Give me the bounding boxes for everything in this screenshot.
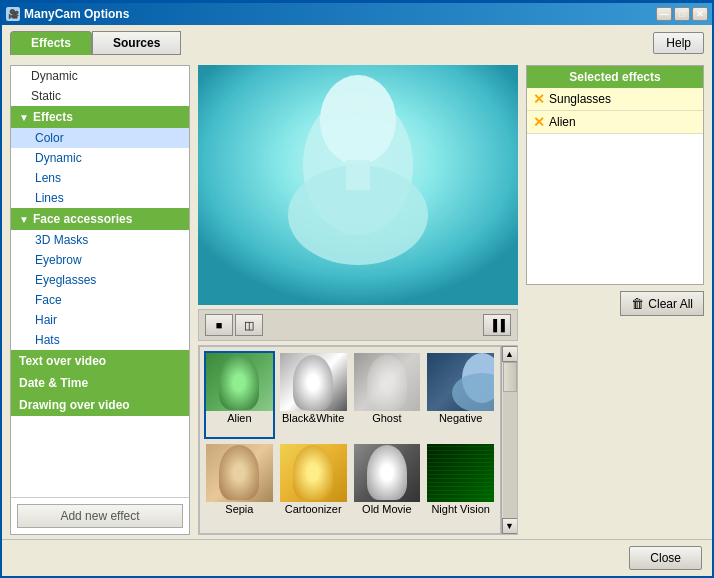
thumb-nightvision[interactable]: Night Vision xyxy=(425,442,496,530)
thumb-label-oldmovie: Old Movie xyxy=(362,502,412,516)
effect-item-alien[interactable]: ✕ Alien xyxy=(527,111,703,134)
sidebar-section-effects[interactable]: ▼ Effects xyxy=(11,106,189,128)
face-section-label: Face accessories xyxy=(33,212,132,226)
sidebar-item-face[interactable]: Face xyxy=(11,290,189,310)
bw-figure xyxy=(293,355,333,410)
sepia-figure xyxy=(219,445,259,500)
thumb-label-bw: Black&White xyxy=(282,411,344,425)
trash-icon: 🗑 xyxy=(631,296,644,311)
sidebar-section-drawing[interactable]: Drawing over video xyxy=(11,394,189,416)
preview-area xyxy=(198,65,518,305)
bottom-bar: Close xyxy=(2,539,712,576)
thumb-img-cartoon xyxy=(280,444,347,502)
remove-alien-icon[interactable]: ✕ xyxy=(533,114,545,130)
clear-all-label: Clear All xyxy=(648,297,693,311)
thumb-cartoon[interactable]: Cartoonizer xyxy=(278,442,349,530)
sidebar-item-lines[interactable]: Lines xyxy=(11,188,189,208)
layout-button[interactable]: ◫ xyxy=(235,314,263,336)
sidebar-item-eyebrow[interactable]: Eyebrow xyxy=(11,250,189,270)
pause-button[interactable]: ▐▐ xyxy=(483,314,511,336)
title-bar-left: 🎥 ManyCam Options xyxy=(6,7,129,21)
scroll-thumb[interactable] xyxy=(503,362,517,392)
date-section-label: Date & Time xyxy=(19,376,88,390)
sidebar-section-face[interactable]: ▼ Face accessories xyxy=(11,208,189,230)
thumb-img-nightvision xyxy=(427,444,494,502)
svg-rect-5 xyxy=(198,65,518,305)
drawing-section-label: Drawing over video xyxy=(19,398,130,412)
sidebar-item-color[interactable]: Color xyxy=(11,128,189,148)
thumb-img-alien xyxy=(206,353,273,411)
sidebar-item-dynamic-top[interactable]: Dynamic xyxy=(11,66,189,86)
thumb-label-nightvision: Night Vision xyxy=(431,502,490,516)
title-bar: 🎥 ManyCam Options — □ ✕ xyxy=(2,3,712,25)
scroll-up-arrow[interactable]: ▲ xyxy=(502,346,518,362)
tabs-container: Effects Sources xyxy=(10,31,181,55)
main-content: Effects Sources Help Dynamic Static ▼ Ef… xyxy=(2,25,712,576)
sidebar-item-static[interactable]: Static xyxy=(11,86,189,106)
thumb-label-ghost: Ghost xyxy=(372,411,401,425)
thumb-img-negative xyxy=(427,353,494,411)
effect-alien-label: Alien xyxy=(549,115,576,129)
tab-sources[interactable]: Sources xyxy=(92,31,181,55)
thumb-bw[interactable]: Black&White xyxy=(278,351,349,439)
thumb-sepia[interactable]: Sepia xyxy=(204,442,275,530)
effect-sunglasses-label: Sunglasses xyxy=(549,92,611,106)
preview-image xyxy=(198,65,518,305)
center-panel: ■ ◫ ▐▐ Alien xyxy=(198,65,518,535)
thumb-ghost[interactable]: Ghost xyxy=(352,351,423,439)
thumb-img-ghost xyxy=(354,353,421,411)
thumb-label-cartoon: Cartoonizer xyxy=(285,502,342,516)
thumbnails-container: Alien Black&White xyxy=(198,345,518,535)
sidebar-item-3dmasks[interactable]: 3D Masks xyxy=(11,230,189,250)
sidebar-section-text[interactable]: Text over video xyxy=(11,350,189,372)
window-title: ManyCam Options xyxy=(24,7,129,21)
alien-figure xyxy=(219,355,259,410)
thumb-alien[interactable]: Alien xyxy=(204,351,275,439)
thumbnail-scrollbar[interactable]: ▲ ▼ xyxy=(501,346,517,534)
effects-section-label: Effects xyxy=(33,110,73,124)
sidebar-item-hair[interactable]: Hair xyxy=(11,310,189,330)
thumb-img-bw xyxy=(280,353,347,411)
maximize-button[interactable]: □ xyxy=(674,7,690,21)
svg-point-7 xyxy=(452,373,494,411)
thumb-negative[interactable]: Negative xyxy=(425,351,496,439)
thumb-img-oldmovie xyxy=(354,444,421,502)
sidebar-bottom: Add new effect xyxy=(11,497,189,534)
minimize-button[interactable]: — xyxy=(656,7,672,21)
cartoon-figure xyxy=(293,445,333,500)
selected-effects-title: Selected effects xyxy=(527,66,703,88)
thumb-img-sepia xyxy=(206,444,273,502)
thumbnail-grid: Alien Black&White xyxy=(199,346,501,534)
effect-item-sunglasses[interactable]: ✕ Sunglasses xyxy=(527,88,703,111)
main-window: 🎥 ManyCam Options — □ ✕ Effects Sources … xyxy=(0,0,714,578)
thumb-oldmovie[interactable]: Old Movie xyxy=(352,442,423,530)
scroll-track xyxy=(503,362,517,518)
sidebar-item-hats[interactable]: Hats xyxy=(11,330,189,350)
thumb-label-sepia: Sepia xyxy=(225,502,253,516)
close-window-button[interactable]: ✕ xyxy=(692,7,708,21)
sidebar-item-lens[interactable]: Lens xyxy=(11,168,189,188)
face-arrow-icon: ▼ xyxy=(19,214,29,225)
square-view-button[interactable]: ■ xyxy=(205,314,233,336)
sidebar-section-date[interactable]: Date & Time xyxy=(11,372,189,394)
clear-all-button[interactable]: 🗑 Clear All xyxy=(620,291,704,316)
scroll-down-arrow[interactable]: ▼ xyxy=(502,518,518,534)
thumb-label-alien: Alien xyxy=(227,411,251,425)
remove-sunglasses-icon[interactable]: ✕ xyxy=(533,91,545,107)
title-bar-controls: — □ ✕ xyxy=(656,7,708,21)
tab-effects[interactable]: Effects xyxy=(10,31,92,55)
body: Dynamic Static ▼ Effects Color Dynamic L… xyxy=(2,61,712,539)
sidebar-item-dynamic[interactable]: Dynamic xyxy=(11,148,189,168)
control-buttons: ■ ◫ xyxy=(205,314,263,336)
top-bar: Effects Sources Help xyxy=(2,25,712,61)
clear-all-container: 🗑 Clear All xyxy=(526,291,704,316)
selected-effects-panel: Selected effects ✕ Sunglasses ✕ Alien xyxy=(526,65,704,285)
add-effect-button[interactable]: Add new effect xyxy=(17,504,183,528)
close-button[interactable]: Close xyxy=(629,546,702,570)
nightvision-lines xyxy=(427,444,494,502)
preview-controls: ■ ◫ ▐▐ xyxy=(198,309,518,341)
help-button[interactable]: Help xyxy=(653,32,704,54)
sidebar-item-eyeglasses[interactable]: Eyeglasses xyxy=(11,270,189,290)
right-panel: Selected effects ✕ Sunglasses ✕ Alien 🗑 … xyxy=(526,65,704,535)
app-icon: 🎥 xyxy=(6,7,20,21)
